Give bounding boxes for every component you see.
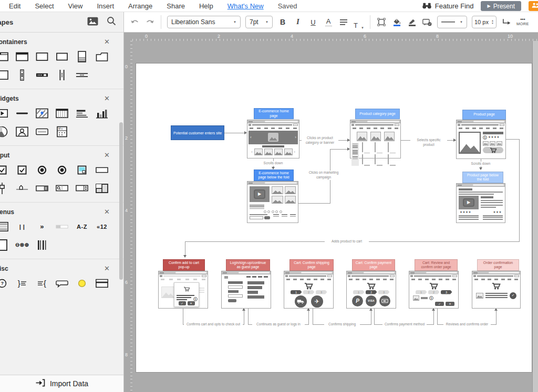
connector-line[interactable] [313, 309, 313, 324]
line-width-stepper[interactable]: 10 px▲▼ [472, 16, 496, 28]
connector-line[interactable] [496, 311, 496, 324]
connector-label[interactable]: Scrolls down [258, 161, 288, 166]
menu-insert[interactable]: Insert [97, 2, 115, 10]
text-options-button[interactable]: T▼ [354, 15, 364, 29]
step-down-icon[interactable]: ▼ [491, 22, 494, 25]
wireframe-order-confirmation[interactable]: ✓ [472, 271, 521, 309]
connector-label[interactable]: Clicks on marketing campaign [306, 171, 342, 180]
connector-line[interactable] [519, 139, 520, 242]
fill-color-button[interactable] [391, 15, 402, 29]
shape-text-field[interactable] [96, 164, 108, 175]
connector-label[interactable]: Confirms shipping [324, 322, 360, 327]
collaborate-button[interactable] [529, 1, 538, 11]
menu-help[interactable]: Help [199, 2, 213, 10]
connector-label[interactable]: Adds product to cart [325, 239, 369, 244]
wireframe-home-below-fold[interactable]: ▶ [247, 181, 298, 223]
close-icon[interactable]: ✕ [104, 38, 110, 46]
wireframe-payment[interactable]: 1 2 3 P VISA [346, 271, 396, 309]
connector-label[interactable]: Continues as guest or logs in [252, 322, 305, 327]
node-potential-customer[interactable]: Potential customer enters site [171, 125, 224, 140]
connector-label[interactable]: Confirms cart and opts to check out [184, 322, 243, 327]
present-button[interactable]: ▶ Present [481, 1, 521, 11]
shape-brace-left[interactable]: { [36, 278, 48, 289]
image-library-icon[interactable] [87, 17, 98, 28]
label-payment[interactable]: Cart: Confirm payment page [352, 259, 395, 271]
close-icon[interactable]: ✕ [104, 151, 110, 159]
canvas-scrollbar[interactable] [532, 41, 538, 392]
shape-pagination-numbers[interactable]: «12 [96, 221, 108, 232]
shape-video-player[interactable] [0, 108, 8, 119]
more-button[interactable]: •••MORE [516, 15, 529, 29]
wireframe-product-page[interactable]: $★★★★ [456, 120, 506, 159]
connector-line[interactable] [308, 311, 309, 324]
shape-circle-yellow[interactable] [76, 278, 88, 289]
connector-line[interactable] [371, 311, 371, 324]
label-ecommerce-home[interactable]: E-commerce home page [254, 108, 294, 119]
shape-list-box[interactable] [0, 239, 8, 250]
shape-image-person[interactable] [16, 126, 28, 137]
wireframe-login[interactable] [221, 271, 271, 309]
bold-button[interactable]: B [277, 15, 288, 29]
canvas[interactable]: Clicks on product category or banner Scr… [132, 41, 538, 392]
import-data-button[interactable]: Import Data [0, 375, 123, 392]
connector-line[interactable] [374, 309, 375, 324]
shape-progress-bar[interactable] [56, 221, 68, 232]
connector-label[interactable]: Selects specific product [410, 138, 447, 147]
shape-bar-chart-horizontal[interactable] [76, 108, 88, 119]
label-home-below-fold[interactable]: E-commerce home page below the fold [254, 169, 294, 181]
wireframe-product-below-fold[interactable]: ▶ ★★★★★★★ [456, 183, 505, 223]
connector-line[interactable] [248, 309, 249, 324]
shape-menu-rows[interactable] [0, 221, 8, 232]
shape-callout[interactable] [56, 278, 68, 289]
shape-split-cell[interactable] [96, 183, 108, 194]
label-login[interactable]: Login/sign-up/continue as guest page [226, 259, 270, 271]
shape-color-picker[interactable] [76, 164, 88, 175]
label-product-below-fold[interactable]: Product page below the fold [462, 172, 503, 183]
shape-slider-bar[interactable] [16, 108, 28, 119]
close-icon[interactable]: ✕ [104, 94, 110, 102]
connector-line[interactable] [183, 309, 183, 324]
shape-vertical-slider[interactable] [0, 183, 8, 194]
label-order-confirmation[interactable]: Order confirmation page [477, 259, 519, 271]
close-icon[interactable]: ✕ [104, 264, 110, 272]
menu-view[interactable]: View [68, 2, 83, 10]
search-icon[interactable] [107, 16, 116, 28]
wireframe-confirm-cart[interactable]: $ ✓ ✕ [158, 271, 208, 309]
font-size-dropdown[interactable]: 7pt▼ [245, 16, 273, 28]
line-color-button[interactable] [407, 15, 417, 29]
shape-calendar[interactable]: M s [56, 126, 68, 137]
shape-map[interactable] [36, 108, 48, 119]
connector-line[interactable] [224, 133, 246, 133]
menu-share[interactable]: Share [167, 2, 185, 10]
menu-whats-new[interactable]: What's New [227, 2, 264, 10]
connector-line[interactable] [433, 311, 434, 324]
shape-radio-selected[interactable] [36, 164, 48, 175]
shape-toolbar-strip[interactable] [36, 69, 48, 80]
shape-scroll-pane[interactable] [76, 51, 88, 62]
shape-radio[interactable] [56, 164, 68, 175]
shape-pointer-slider[interactable] [16, 183, 28, 194]
shape-table[interactable] [56, 108, 68, 119]
shape-button[interactable] [36, 126, 48, 137]
menu-select[interactable]: Select [35, 2, 54, 10]
undo-button[interactable] [129, 15, 140, 29]
connector-line[interactable] [437, 309, 438, 324]
shape-bar-chart-vertical[interactable] [96, 108, 108, 119]
shape-brace-right[interactable]: } [16, 278, 28, 289]
shape-sort-az[interactable]: A-Z [76, 221, 88, 232]
label-product-page[interactable]: Product page [462, 110, 506, 120]
line-style-dropdown[interactable]: ▼ [437, 16, 467, 28]
underline-button[interactable]: U [308, 15, 318, 29]
align-button[interactable] [338, 15, 349, 29]
shape-search-field[interactable] [56, 183, 68, 194]
wireframe-product-category[interactable] [350, 120, 401, 158]
label-confirm-cart[interactable]: Confirm add to cart pop-up [163, 259, 205, 271]
shape-titled-window[interactable] [96, 278, 108, 289]
label-shipping[interactable]: Cart: Confirm shipping page [289, 259, 334, 271]
shape-checkbox-checked[interactable] [0, 164, 8, 175]
shape-side-tabs[interactable] [0, 69, 8, 80]
shape-checkbox[interactable] [16, 164, 28, 175]
shape-combo-box[interactable] [36, 183, 48, 194]
menu-edit[interactable]: Edit [9, 2, 20, 10]
connector-line[interactable] [330, 149, 348, 150]
